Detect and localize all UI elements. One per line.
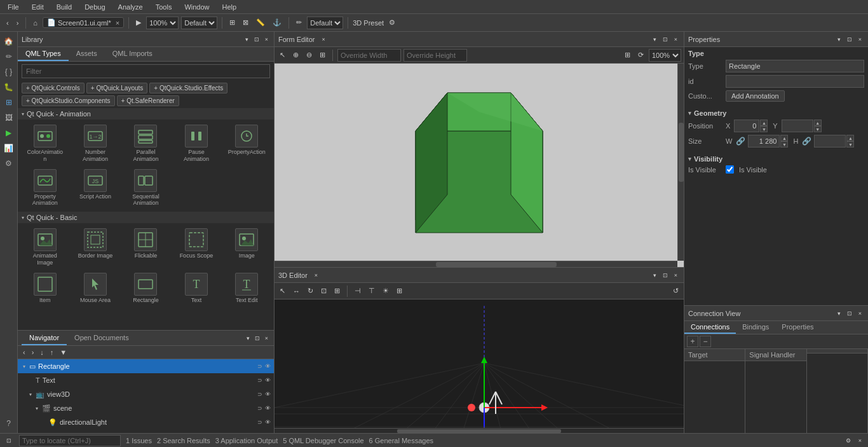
editor-3d-popout[interactable]: ⊡ <box>660 271 670 280</box>
tree-item-scene[interactable]: ▾ 🎬 scene ⊃ 👁 <box>18 401 274 415</box>
3d-move-x[interactable]: ⊣ <box>352 285 363 296</box>
navigator-minimize[interactable]: ▾ <box>245 334 252 342</box>
list-item[interactable]: Animated Image <box>20 226 69 269</box>
tree-action-eye-rect[interactable]: 👁 <box>264 362 271 370</box>
fe-orient[interactable]: ⊞ <box>622 50 633 60</box>
add-annotation-button[interactable]: Add Annotation <box>726 90 785 102</box>
add-qtquick-studio-effects[interactable]: + QtQuick.Studio.Effects <box>149 83 227 93</box>
size-h-up[interactable]: ▲ <box>846 135 854 141</box>
tab-assets[interactable]: Assets <box>69 47 105 61</box>
add-qtquick-controls[interactable]: + QtQuick.Controls <box>22 83 85 93</box>
3d-move-y[interactable]: ⊤ <box>366 285 377 296</box>
list-item[interactable]: T Text <box>172 270 220 306</box>
form-canvas-hscroll[interactable] <box>275 261 677 267</box>
menu-item-build[interactable]: Build <box>54 2 74 12</box>
form-editor-minimize[interactable]: ▾ <box>651 35 659 44</box>
tree-action-link-rect[interactable]: ⊃ <box>257 362 263 370</box>
menu-item-file[interactable]: File <box>5 2 22 12</box>
section-basic[interactable]: ▾ Qt Quick - Basic <box>18 212 274 223</box>
status-panel-toggle[interactable]: ⊡ <box>4 436 14 445</box>
assets-icon[interactable]: 🖼 <box>2 111 16 125</box>
code-icon[interactable]: { } <box>2 65 16 79</box>
size-w-up[interactable]: ▲ <box>780 135 788 141</box>
list-item[interactable]: Image <box>222 226 271 269</box>
form-editor-popout[interactable]: ⊡ <box>660 35 670 44</box>
editor-3d-close[interactable]: × <box>313 272 320 279</box>
list-item[interactable]: Rectangle <box>121 270 170 306</box>
connection-popout[interactable]: ⊡ <box>844 309 855 318</box>
id-input[interactable] <box>726 75 864 88</box>
components-icon[interactable]: ⊞ <box>2 95 16 109</box>
list-item[interactable]: JS Script Action <box>71 167 119 210</box>
list-item[interactable]: Parallel Animation <box>121 122 170 165</box>
3d-scale[interactable]: ⊡ <box>318 285 329 296</box>
list-item[interactable]: Property Animation <box>20 167 69 210</box>
form-canvas[interactable] <box>275 64 684 267</box>
forward-button[interactable]: › <box>14 18 22 28</box>
navigator-popout[interactable]: ⊡ <box>253 334 262 342</box>
ruler-button[interactable]: 📏 <box>254 17 268 28</box>
status-issues[interactable]: 1 Issues <box>126 437 152 444</box>
size-h-input[interactable] <box>814 135 846 148</box>
pos-y-input[interactable] <box>782 120 813 132</box>
size-w-down[interactable]: ▼ <box>780 141 788 148</box>
fe-zoom-in[interactable]: ⊕ <box>290 50 301 60</box>
library-close[interactable]: × <box>263 36 270 43</box>
menu-item-help[interactable]: Help <box>220 2 240 12</box>
editor-3d-close2[interactable]: × <box>672 271 680 280</box>
properties-close[interactable]: × <box>856 35 864 44</box>
properties-minimize[interactable]: ▾ <box>835 35 843 44</box>
edit-button[interactable]: ✏ <box>294 17 304 28</box>
editor-3d-canvas[interactable] <box>275 299 684 433</box>
tab-navigator[interactable]: Navigator <box>22 331 67 345</box>
navigator-close[interactable]: × <box>263 334 270 342</box>
3d-hscroll[interactable] <box>275 428 684 433</box>
connection-remove[interactable]: − <box>700 336 711 347</box>
list-item[interactable]: Pause Animation <box>172 122 220 165</box>
list-item[interactable]: ColorAnimation <box>20 122 69 165</box>
fe-fit[interactable]: ⊞ <box>317 50 328 60</box>
pos-y-down[interactable]: ▼ <box>814 126 822 132</box>
menu-item-edit[interactable]: Edit <box>29 2 46 12</box>
nav-back[interactable]: ‹ <box>20 347 28 357</box>
tree-action-eye-dirlight[interactable]: 👁 <box>264 418 271 426</box>
connection-minimize[interactable]: ▾ <box>835 309 843 318</box>
menu-item-analyze[interactable]: Analyze <box>116 2 146 12</box>
form-editor-close2[interactable]: × <box>672 35 680 44</box>
tree-action-eye-view3d[interactable]: 👁 <box>264 390 271 398</box>
menu-item-debug[interactable]: Debug <box>82 2 107 12</box>
tree-action-eye-text[interactable]: 👁 <box>264 376 271 384</box>
design-icon[interactable]: ✏ <box>2 50 16 64</box>
settings-icon-sidebar[interactable]: ⚙ <box>2 156 16 170</box>
anchor-button[interactable]: ⚓ <box>270 17 284 28</box>
3d-select[interactable]: ↖ <box>277 285 288 296</box>
list-item[interactable]: Sequential Animation <box>121 167 170 210</box>
nav-down[interactable]: ↓ <box>37 347 46 357</box>
add-qtquick-layouts[interactable]: + QtQuick.Layouts <box>86 83 148 93</box>
size-h-down[interactable]: ▼ <box>846 141 854 148</box>
tab-open-documents[interactable]: Open Documents <box>67 331 137 345</box>
list-item[interactable]: Mouse Area <box>71 270 119 306</box>
add-qt-saferenderer[interactable]: + Qt.SafeRenderer <box>117 95 179 106</box>
pos-x-input[interactable] <box>734 120 759 132</box>
form-editor-close[interactable]: × <box>320 36 327 43</box>
view-preset-select[interactable]: Default <box>307 17 343 29</box>
fe-select[interactable]: ↖ <box>277 50 288 60</box>
tree-item-text[interactable]: ▾ T Text ⊃ 👁 <box>18 373 274 387</box>
connection-close[interactable]: × <box>856 309 864 318</box>
nav-forward[interactable]: › <box>29 347 37 357</box>
snap-button[interactable]: ⊠ <box>240 17 251 28</box>
file-close[interactable]: × <box>116 19 119 27</box>
tree-item-directional-light[interactable]: ▾ 💡 directionalLight ⊃ 👁 <box>18 415 274 429</box>
library-minimize[interactable]: ▾ <box>243 36 250 43</box>
form-canvas-vscroll[interactable] <box>677 64 684 261</box>
3d-grid[interactable]: ⊞ <box>394 285 405 296</box>
library-popout[interactable]: ⊡ <box>252 36 261 43</box>
pos-x-up[interactable]: ▲ <box>760 120 768 126</box>
analyze-icon[interactable]: 📊 <box>2 141 16 155</box>
editor-3d-minimize[interactable]: ▾ <box>651 271 659 280</box>
3d-rotate[interactable]: ↻ <box>305 285 316 296</box>
status-debugger[interactable]: 5 QML Debugger Console <box>283 437 363 444</box>
size-h-lock-icon[interactable]: 🔗 <box>802 137 811 146</box>
nav-filter[interactable]: ▼ <box>57 347 69 357</box>
